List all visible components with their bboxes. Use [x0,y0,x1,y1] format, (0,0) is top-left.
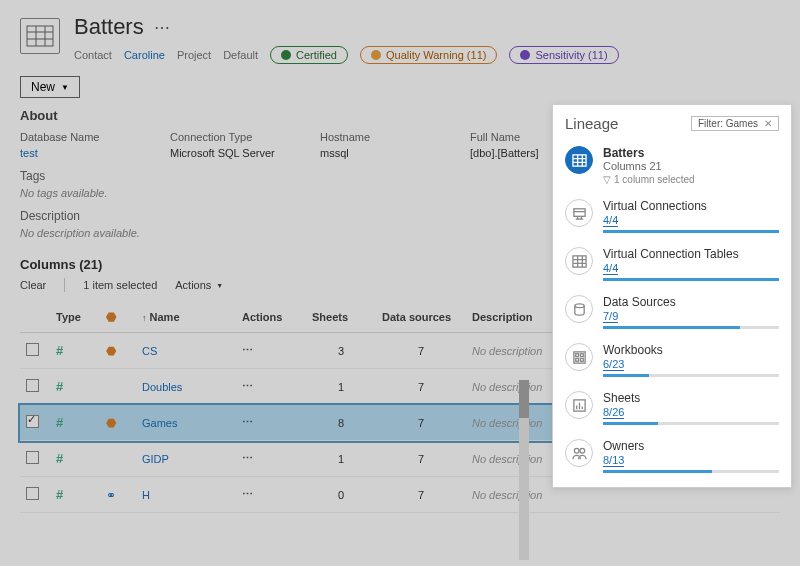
conn-type-label: Connection Type [170,131,280,143]
owners-icon[interactable] [565,439,593,467]
quality-warning-badge[interactable]: Quality Warning (11) [360,46,497,64]
lineage-panel: Lineage Filter: Games✕ Batters Columns 2… [552,104,792,488]
new-button[interactable]: New▼ [20,76,80,98]
row-checkbox[interactable] [26,343,39,356]
selection-count: 1 item selected [83,279,157,291]
th-type[interactable]: Type [50,302,100,333]
caret-down-icon: ▼ [61,83,69,92]
column-name-link[interactable]: Games [136,405,236,441]
lineage-root-name[interactable]: Batters [603,146,779,160]
svg-rect-5 [572,154,585,165]
row-checkbox[interactable] [26,415,39,428]
row-actions-menu[interactable]: ⋯ [242,380,254,392]
th-datasources[interactable]: Data sources [376,302,466,333]
lineage-item-count[interactable]: 8/13 [603,454,624,467]
scrollbar[interactable] [519,380,529,560]
number-type-icon: # [56,415,63,430]
lineage-progress-bar [603,230,779,233]
svg-rect-22 [575,353,578,356]
sensitivity-badge[interactable]: Sensitivity (11) [509,46,618,64]
lineage-item-count[interactable]: 4/4 [603,214,618,227]
scrollbar-thumb[interactable] [519,380,529,418]
db-name-label: Database Name [20,131,130,143]
virtual-connection-tables-icon[interactable] [565,247,593,275]
contact-link[interactable]: Caroline [124,49,165,61]
virtual-connections-icon[interactable] [565,199,593,227]
row-actions-menu[interactable]: ⋯ [242,488,254,500]
lineage-item-label: Sheets [603,391,779,405]
lineage-progress-bar [603,278,779,281]
row-actions-menu[interactable]: ⋯ [242,344,254,356]
hostname-label: Hostname [320,131,430,143]
row-checkbox[interactable] [26,451,39,464]
project-label: Project [177,49,211,61]
data-sources-icon[interactable] [565,295,593,323]
clear-button[interactable]: Clear [20,279,46,291]
number-type-icon: # [56,487,63,502]
close-icon[interactable]: ✕ [764,118,772,129]
lineage-progress-bar [603,422,779,425]
lineage-item-count[interactable]: 7/9 [603,310,618,323]
lineage-item-count[interactable]: 8/26 [603,406,624,419]
lineage-filter-note: ▽1 column selected [603,174,779,185]
lineage-title: Lineage [565,115,618,132]
filter-icon: ▽ [603,174,611,185]
th-status-icon[interactable]: ⬣ [100,302,136,333]
number-type-icon: # [56,451,63,466]
ds-count: 7 [376,369,466,405]
contact-label: Contact [74,49,112,61]
sheets-count: 0 [306,477,376,513]
warning-icon [371,50,381,60]
db-name-link[interactable]: test [20,147,130,159]
sheets-icon[interactable] [565,391,593,419]
link-icon: ⚭ [106,488,116,502]
number-type-icon: # [56,343,63,358]
row-actions-menu[interactable]: ⋯ [242,416,254,428]
column-name-link[interactable]: GIDP [136,441,236,477]
lineage-item-label: Owners [603,439,779,453]
column-name-link[interactable]: H [136,477,236,513]
table-icon[interactable] [565,146,593,174]
ds-count: 7 [376,477,466,513]
more-menu-icon[interactable]: ⋯ [154,18,171,37]
lineage-item-count[interactable]: 6/23 [603,358,624,371]
svg-rect-25 [580,358,583,361]
row-checkbox[interactable] [26,487,39,500]
th-name[interactable]: ↑ Name [136,302,236,333]
lineage-progress-bar [603,470,779,473]
sensitivity-icon [520,50,530,60]
actions-dropdown[interactable]: Actions▼ [175,279,223,291]
row-actions-menu[interactable]: ⋯ [242,452,254,464]
conn-type-value: Microsoft SQL Server [170,147,280,159]
row-checkbox[interactable] [26,379,39,392]
hostname-value: mssql [320,147,430,159]
ds-count: 7 [376,441,466,477]
lineage-progress-bar [603,326,779,329]
column-name-link[interactable]: CS [136,333,236,369]
svg-rect-15 [572,255,585,266]
svg-point-31 [579,448,584,453]
sheets-count: 1 [306,369,376,405]
warning-icon: ⬣ [106,416,116,430]
svg-point-30 [574,448,579,453]
ds-count: 7 [376,405,466,441]
sheets-count: 1 [306,441,376,477]
certified-badge[interactable]: Certified [270,46,348,64]
ds-count: 7 [376,333,466,369]
lineage-item-label: Data Sources [603,295,779,309]
warning-icon: ⬣ [106,344,116,358]
lineage-root-sub: Columns 21 [603,160,779,172]
certified-icon [281,50,291,60]
sheets-count: 3 [306,333,376,369]
lineage-filter-chip[interactable]: Filter: Games✕ [691,116,779,131]
th-sheets[interactable]: Sheets [306,302,376,333]
workbooks-icon[interactable] [565,343,593,371]
svg-rect-10 [573,208,584,216]
lineage-item-label: Workbooks [603,343,779,357]
svg-rect-0 [27,26,53,46]
column-name-link[interactable]: Doubles [136,369,236,405]
lineage-item-count[interactable]: 4/4 [603,262,618,275]
page-title: Batters [74,14,144,40]
sheets-count: 8 [306,405,376,441]
svg-point-20 [574,303,583,307]
